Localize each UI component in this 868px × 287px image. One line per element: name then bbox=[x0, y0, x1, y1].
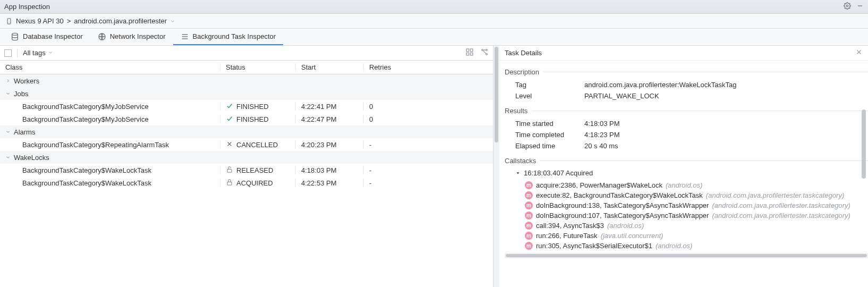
scrollbar-horizontal[interactable] bbox=[505, 253, 868, 258]
method-badge-icon: m bbox=[525, 212, 533, 220]
kv-level: Level PARTIAL_WAKE_LOCK bbox=[505, 90, 868, 102]
section-jobs[interactable]: Jobs bbox=[0, 87, 493, 100]
method-badge-icon: m bbox=[525, 181, 533, 189]
cell-retries: 0 bbox=[364, 103, 493, 111]
minimize-icon[interactable] bbox=[856, 2, 864, 11]
col-start[interactable]: Start bbox=[296, 63, 364, 71]
lock-closed-icon bbox=[226, 179, 233, 188]
chevron-down-icon bbox=[170, 19, 175, 24]
stack-package: (java.util.concurrent) bbox=[601, 232, 663, 240]
device-icon bbox=[5, 18, 13, 25]
scrollbar-vertical[interactable] bbox=[862, 109, 866, 179]
stack-frame[interactable]: m doInBackground:107, TaskCategory$Async… bbox=[505, 210, 868, 221]
cell-class: BackgroundTaskCategory$WakeLockTask bbox=[0, 179, 220, 187]
section-results: Results bbox=[505, 107, 868, 115]
scrollbar-thumb[interactable] bbox=[495, 47, 498, 142]
kv-key: Time completed bbox=[515, 131, 584, 139]
kv-key: Tag bbox=[515, 81, 584, 89]
tool-window-titlebar: App Inspection bbox=[0, 0, 868, 14]
method-badge-icon: m bbox=[525, 232, 533, 240]
scrollbar-thumb[interactable] bbox=[506, 254, 867, 257]
section-callstacks: Callstacks bbox=[505, 157, 868, 165]
close-icon[interactable] bbox=[855, 48, 863, 57]
task-details-title: Task Details bbox=[505, 49, 542, 57]
col-retries[interactable]: Retries bbox=[364, 63, 493, 71]
section-wakelocks[interactable]: WakeLocks bbox=[0, 151, 493, 164]
cell-start: 4:22:41 PM bbox=[296, 103, 364, 111]
tag-filter-label: All tags bbox=[23, 49, 46, 57]
kv-started: Time started 4:18:03 PM bbox=[505, 118, 868, 129]
cell-status: CANCELLED bbox=[236, 141, 278, 149]
method-badge-icon: m bbox=[525, 191, 533, 199]
section-label: Workers bbox=[14, 77, 39, 85]
callstack-header[interactable]: 16:18:03.407 Acquired bbox=[505, 168, 868, 180]
section-workers[interactable]: Workers bbox=[0, 74, 493, 87]
kv-value: android.com.java.profilertester:WakeLock… bbox=[584, 81, 736, 89]
chevron-down-icon bbox=[48, 49, 53, 57]
table-row[interactable]: BackgroundTaskCategory$MyJobService FINI… bbox=[0, 113, 493, 125]
task-details-body: Description Tag android.com.java.profile… bbox=[499, 61, 868, 287]
stop-icon[interactable] bbox=[4, 49, 12, 57]
method-badge-icon: m bbox=[525, 222, 533, 230]
tab-bar: Database Inspector Network Inspector Bac… bbox=[0, 29, 868, 46]
svg-marker-22 bbox=[517, 172, 520, 174]
svg-point-13 bbox=[482, 49, 483, 51]
cell-start: 4:20:23 PM bbox=[296, 141, 364, 149]
grid-view-icon[interactable] bbox=[465, 48, 474, 58]
stack-method: run:266, FutureTask bbox=[536, 232, 598, 240]
table-row[interactable]: BackgroundTaskCategory$RepeatingAlarmTas… bbox=[0, 138, 493, 151]
section-alarms[interactable]: Alarms bbox=[0, 125, 493, 138]
table-row[interactable]: BackgroundTaskCategory$WakeLockTask ACQU… bbox=[0, 176, 493, 189]
tab-background-task-inspector[interactable]: Background Task Inspector bbox=[173, 29, 284, 45]
check-icon bbox=[226, 115, 233, 124]
breadcrumb-process: android.com.java.profilertester bbox=[74, 17, 167, 25]
svg-rect-18 bbox=[227, 169, 232, 172]
cell-start: 4:22:47 PM bbox=[296, 115, 364, 123]
svg-point-14 bbox=[486, 54, 488, 55]
kv-key: Time started bbox=[515, 120, 584, 128]
stack-frame[interactable]: m execute:82, BackgroundTaskCategory$Wak… bbox=[505, 190, 868, 200]
cell-status: FINISHED bbox=[236, 103, 269, 111]
col-class[interactable]: Class bbox=[0, 63, 220, 71]
stack-frame[interactable]: m acquire:2386, PowerManager$WakeLock (a… bbox=[505, 180, 868, 190]
svg-point-15 bbox=[486, 49, 488, 51]
cell-class: BackgroundTaskCategory$RepeatingAlarmTas… bbox=[0, 141, 220, 149]
stack-frame[interactable]: m call:394, AsyncTask$3 (android.os) bbox=[505, 221, 868, 231]
section-description: Description bbox=[505, 68, 868, 76]
cell-retries: - bbox=[364, 141, 377, 149]
cell-start: 4:18:03 PM bbox=[296, 166, 364, 174]
tag-filter-dropdown[interactable]: All tags bbox=[23, 49, 53, 57]
tool-window-title: App Inspection bbox=[4, 3, 844, 11]
table-row[interactable]: BackgroundTaskCategory$WakeLockTask RELE… bbox=[0, 164, 493, 176]
stack-method: doInBackground:107, TaskCategory$AsyncTa… bbox=[536, 212, 709, 220]
graph-view-icon[interactable] bbox=[480, 48, 489, 58]
cell-status: ACQUIRED bbox=[236, 179, 273, 187]
cell-retries: - bbox=[364, 166, 493, 174]
tab-network-inspector[interactable]: Network Inspector bbox=[90, 29, 173, 45]
cell-status: FINISHED bbox=[236, 115, 269, 123]
svg-rect-12 bbox=[470, 53, 473, 55]
col-status[interactable]: Status bbox=[220, 63, 296, 71]
stack-method: run:305, AsyncTask$SerialExecutor$1 bbox=[536, 242, 652, 250]
breadcrumb[interactable]: Nexus 9 API 30 > android.com.java.profil… bbox=[0, 14, 868, 29]
kv-completed: Time completed 4:18:23 PM bbox=[505, 129, 868, 140]
tab-label: Background Task Inspector bbox=[193, 32, 276, 40]
stack-frame[interactable]: m run:266, FutureTask (java.util.concurr… bbox=[505, 231, 868, 241]
task-rows: Workers Jobs BackgroundTaskCategory$MyJo… bbox=[0, 74, 493, 287]
stack-frame[interactable]: m doInBackground:138, TaskCategory$Async… bbox=[505, 200, 868, 210]
stack-method: call:394, AsyncTask$3 bbox=[536, 222, 604, 230]
svg-rect-11 bbox=[466, 53, 469, 55]
stack-method: doInBackground:138, TaskCategory$AsyncTa… bbox=[536, 201, 709, 209]
svg-point-4 bbox=[12, 33, 18, 35]
tab-database-inspector[interactable]: Database Inspector bbox=[3, 29, 90, 45]
callstack-title: 16:18:03.407 Acquired bbox=[524, 169, 593, 177]
kv-value: 4:18:23 PM bbox=[584, 131, 620, 139]
stack-package: (android.com.java.profilertester.taskcat… bbox=[712, 201, 850, 209]
table-row[interactable]: BackgroundTaskCategory$MyJobService FINI… bbox=[0, 100, 493, 113]
gear-icon[interactable] bbox=[844, 2, 851, 11]
scrollbar-vertical[interactable] bbox=[493, 46, 499, 287]
stack-package: (android.os) bbox=[656, 242, 692, 250]
stack-frame[interactable]: m run:305, AsyncTask$SerialExecutor$1 (a… bbox=[505, 241, 868, 251]
stack-method: acquire:2386, PowerManager$WakeLock bbox=[536, 181, 662, 189]
cell-retries: 0 bbox=[364, 115, 493, 123]
